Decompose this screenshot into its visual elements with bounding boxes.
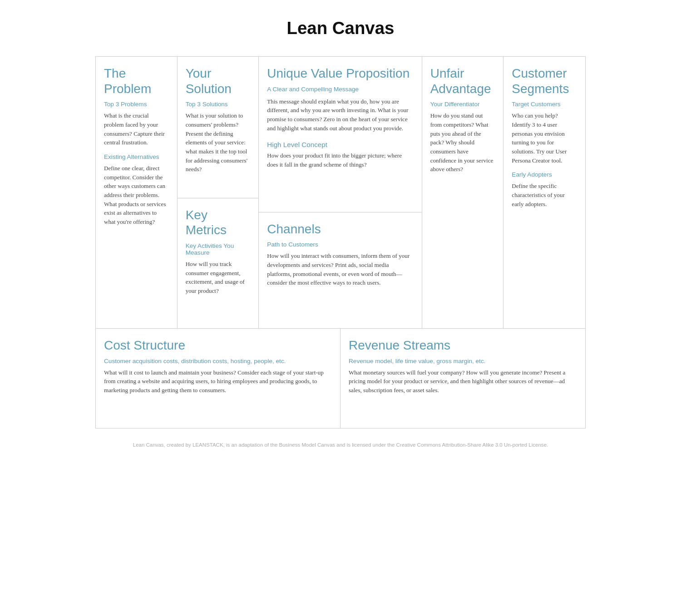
unfair-sub1-title: Your Differentiator	[430, 101, 495, 108]
channels-cell: Channels Path to Customers How will you …	[259, 212, 421, 328]
problem-sub2-title: Existing Alternatives	[104, 153, 169, 160]
uvp-channels-col: Unique Value Proposition A Clear and Com…	[259, 57, 422, 328]
uvp-intro-body: This message should explain what you do,…	[267, 97, 413, 133]
cost-title: Cost Structure	[104, 338, 332, 353]
solution-sub1-body: What is your solution to consumers' prob…	[186, 111, 251, 174]
problem-sub1-body: What is the crucial problem faced by you…	[104, 111, 169, 147]
problem-sub1-title: Top 3 Problems	[104, 101, 169, 108]
metrics-title: Key Metrics	[186, 207, 251, 238]
problem-cell: The Problem Top 3 Problems What is the c…	[96, 57, 178, 328]
revenue-title: Revenue Streams	[349, 338, 577, 353]
metrics-cell: Key Metrics Key Activities You Measure H…	[178, 198, 259, 328]
uvp-concept-body: How does your product fit into the bigge…	[267, 151, 413, 169]
cost-subtitle: Customer acquisition costs, distribution…	[104, 358, 332, 365]
uvp-cell: Unique Value Proposition A Clear and Com…	[259, 57, 421, 212]
footer-text: Lean Canvas, created by LEANSTACK, is an…	[95, 442, 586, 457]
unfair-cell: Unfair Advantage Your Differentiator How…	[422, 57, 504, 328]
channels-title: Channels	[267, 222, 413, 237]
segments-sub1-title: Target Customers	[512, 101, 577, 108]
channels-sub1-body: How will you interact with consumers, in…	[267, 251, 413, 287]
solution-title: Your Solution	[186, 66, 251, 96]
cost-body: What will it cost to launch and maintain…	[104, 368, 332, 395]
segments-cell: Customer Segments Target Customers Who c…	[503, 57, 585, 328]
metrics-sub1-title: Key Activities You Measure	[186, 242, 251, 256]
revenue-cell: Revenue Streams Revenue model, life time…	[340, 329, 585, 428]
solution-cell: Your Solution Top 3 Solutions What is yo…	[178, 57, 259, 198]
unfair-title: Unfair Advantage	[430, 66, 495, 96]
segments-title: Customer Segments	[512, 66, 577, 96]
uvp-intro-subtitle: A Clear and Compelling Message	[267, 86, 413, 93]
metrics-sub1-body: How will you track consumer engagement, …	[186, 260, 251, 296]
problem-title: The Problem	[104, 66, 169, 96]
uvp-title: Unique Value Proposition	[267, 66, 413, 81]
canvas-top-section: The Problem Top 3 Problems What is the c…	[95, 56, 586, 329]
solution-metrics-col: Your Solution Top 3 Solutions What is yo…	[178, 57, 259, 328]
channels-sub1-title: Path to Customers	[267, 241, 413, 248]
page-title: Lean Canvas	[95, 18, 586, 38]
segments-sub2-title: Early Adopters	[512, 171, 577, 178]
canvas-bottom-section: Cost Structure Customer acquisition cost…	[95, 329, 586, 429]
cost-cell: Cost Structure Customer acquisition cost…	[96, 329, 340, 428]
revenue-body: What monetary sources will fuel your com…	[349, 368, 577, 395]
revenue-subtitle: Revenue model, life time value, gross ma…	[349, 358, 577, 365]
unfair-sub1-body: How do you stand out from competitors? W…	[430, 111, 495, 174]
segments-sub2-body: Define the specific characteristics of y…	[512, 182, 577, 208]
segments-sub1-body: Who can you help? Identify 3 to 4 user p…	[512, 111, 577, 165]
solution-sub1-title: Top 3 Solutions	[186, 101, 251, 108]
uvp-concept-title: High Level Concept	[267, 141, 413, 148]
problem-sub2-body: Define one clear, direct competitor. Con…	[104, 164, 169, 227]
